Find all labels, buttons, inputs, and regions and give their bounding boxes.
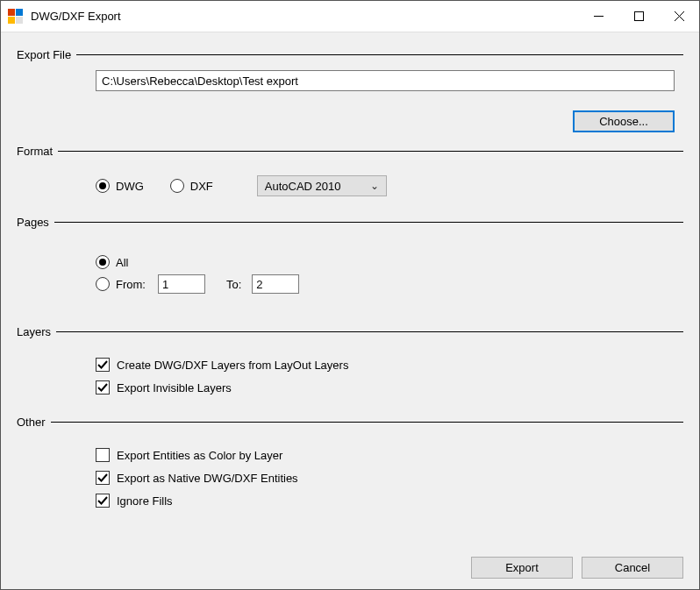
minimize-button[interactable] bbox=[578, 1, 618, 32]
export-invisible-label: Export Invisible Layers bbox=[117, 381, 232, 395]
pages-to-input[interactable] bbox=[252, 274, 299, 294]
divider bbox=[58, 151, 683, 152]
svg-rect-1 bbox=[634, 12, 643, 21]
window-controls bbox=[578, 1, 699, 32]
export-file-label: Export File bbox=[17, 48, 76, 61]
checkbox-icon bbox=[96, 494, 110, 508]
pages-all-label: All bbox=[116, 256, 128, 269]
create-layers-checkbox[interactable]: Create DWG/DXF Layers from LayOut Layers bbox=[96, 358, 675, 372]
maximize-button[interactable] bbox=[618, 1, 659, 32]
format-version-select[interactable]: AutoCAD 2010 ⌄ bbox=[257, 175, 387, 196]
format-dxf-radio[interactable]: DXF bbox=[170, 179, 213, 193]
section-format: Format DWG DXF AutoCAD 2010 ⌄ bbox=[17, 145, 683, 207]
format-version-value: AutoCAD 2010 bbox=[265, 180, 341, 193]
radio-icon bbox=[96, 277, 110, 291]
format-dxf-label: DXF bbox=[190, 180, 213, 193]
divider bbox=[51, 422, 683, 423]
native-entities-label: Export as Native DWG/DXF Entities bbox=[117, 472, 298, 485]
dialog-footer: Export Cancel bbox=[1, 553, 699, 589]
divider bbox=[56, 331, 683, 332]
radio-icon bbox=[170, 179, 184, 193]
ignore-fills-label: Ignore Fills bbox=[117, 494, 173, 508]
format-label: Format bbox=[17, 145, 58, 158]
checkbox-icon bbox=[96, 380, 110, 395]
pages-to-label: To: bbox=[226, 278, 241, 291]
color-by-layer-checkbox[interactable]: Export Entities as Color by Layer bbox=[96, 448, 675, 462]
section-other: Other Export Entities as Color by Layer … bbox=[17, 416, 683, 516]
section-layers: Layers Create DWG/DXF Layers from LayOut… bbox=[17, 325, 683, 407]
native-entities-checkbox[interactable]: Export as Native DWG/DXF Entities bbox=[96, 471, 675, 485]
divider bbox=[76, 54, 683, 55]
section-pages: Pages All From: To: bbox=[17, 216, 683, 316]
checkbox-icon bbox=[96, 358, 110, 372]
color-by-layer-label: Export Entities as Color by Layer bbox=[117, 449, 282, 462]
divider bbox=[54, 222, 683, 223]
titlebar: DWG/DXF Export bbox=[1, 1, 699, 32]
dialog-window: DWG/DXF Export Export File Choos bbox=[0, 0, 700, 590]
layers-label: Layers bbox=[17, 325, 56, 338]
format-dwg-radio[interactable]: DWG bbox=[96, 179, 144, 193]
checkbox-icon bbox=[96, 448, 110, 462]
section-export-file: Export File Choose... bbox=[17, 48, 683, 136]
dialog-content: Export File Choose... Format DWG bbox=[1, 32, 699, 553]
format-dwg-label: DWG bbox=[116, 180, 144, 193]
cancel-button[interactable]: Cancel bbox=[582, 557, 683, 579]
pages-from-input[interactable] bbox=[158, 274, 205, 294]
radio-icon bbox=[96, 255, 110, 269]
window-title: DWG/DXF Export bbox=[31, 10, 121, 23]
other-label: Other bbox=[17, 416, 51, 429]
chevron-down-icon: ⌄ bbox=[370, 180, 379, 192]
pages-all-radio[interactable]: All bbox=[96, 255, 128, 269]
ignore-fills-checkbox[interactable]: Ignore Fills bbox=[96, 494, 675, 508]
radio-icon bbox=[96, 179, 110, 193]
pages-label: Pages bbox=[17, 216, 54, 229]
export-file-path-input[interactable] bbox=[96, 70, 675, 91]
pages-from-label: From: bbox=[116, 278, 146, 291]
app-icon bbox=[8, 9, 24, 25]
choose-button[interactable]: Choose... bbox=[573, 110, 675, 132]
export-button[interactable]: Export bbox=[471, 557, 573, 579]
create-layers-label: Create DWG/DXF Layers from LayOut Layers bbox=[117, 359, 348, 372]
export-invisible-checkbox[interactable]: Export Invisible Layers bbox=[96, 380, 675, 395]
checkbox-icon bbox=[96, 471, 110, 485]
pages-from-radio[interactable]: From: bbox=[96, 277, 146, 291]
close-button[interactable] bbox=[659, 1, 699, 32]
